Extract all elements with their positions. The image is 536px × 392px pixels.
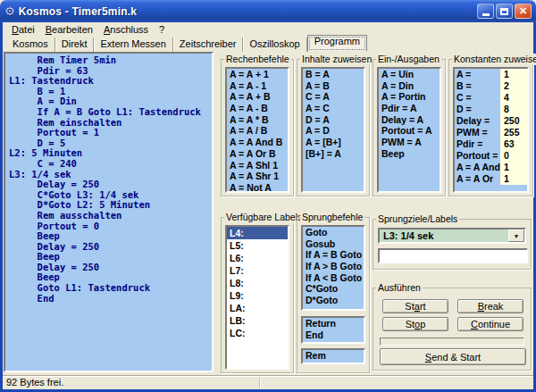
command-item[interactable]: C = A [303, 91, 364, 103]
menu-item[interactable]: Bearbeiten [40, 23, 98, 37]
labels-listbox[interactable]: L4:L5:L6:L7:L8:L9:LA:LB:LC: [225, 225, 289, 370]
label-item[interactable]: L4: [227, 227, 288, 239]
menu-item[interactable]: ? [154, 23, 170, 37]
label-text: ontinue [478, 319, 510, 329]
command-item[interactable]: A = A Shl 1 [227, 160, 288, 171]
constant-value-field[interactable]: 0 [500, 150, 527, 162]
command-item[interactable]: B = A [303, 69, 364, 80]
command-item[interactable]: D*Goto [303, 295, 364, 306]
constant-value-field[interactable]: 8 [500, 104, 527, 115]
command-item[interactable]: PWM = A [379, 137, 440, 148]
program-code-listing[interactable]: Rem Timer 5min Pdir = 63 L1: Tastendruck… [4, 52, 214, 372]
constant-row[interactable]: A = A Or1 [455, 173, 527, 185]
command-item[interactable]: A = A + B [227, 91, 288, 103]
tab[interactable]: Extern Messen [94, 38, 172, 52]
command-item[interactable]: Goto [303, 227, 364, 238]
constant-value-field[interactable]: 255 [500, 127, 527, 138]
label-item[interactable]: LA: [227, 302, 288, 314]
label-item[interactable]: L9: [227, 289, 288, 302]
ein-ausgaben-listbox[interactable]: A = UinA = DinA = PortinPdir = ADelay = … [377, 67, 441, 193]
send-and-start-button[interactable]: Send & Start [380, 348, 526, 365]
command-item[interactable]: A = A Or B [227, 148, 288, 160]
command-item[interactable]: A = D [303, 125, 364, 137]
konstanten-listbox[interactable]: A =1B =2C =4D =8Delay =250PWM =255Pdir =… [453, 67, 529, 193]
command-item[interactable]: If A = B Goto [303, 249, 364, 261]
constant-value-field[interactable]: 1 [500, 173, 527, 185]
command-item[interactable]: End [303, 329, 364, 341]
label-item[interactable]: LC: [227, 327, 288, 339]
command-item[interactable]: C*Goto [303, 283, 364, 295]
tab[interactable]: Direkt [55, 38, 95, 52]
command-item[interactable]: A = B [303, 80, 364, 92]
command-item[interactable]: Pdir = A [379, 103, 440, 114]
sprungbefehle-listbox-3[interactable]: Rem [301, 348, 365, 364]
constant-value-field[interactable]: 250 [500, 115, 527, 127]
constant-row[interactable]: Delay =250 [455, 115, 527, 127]
menu-item[interactable]: Datei [6, 23, 40, 37]
start-button[interactable]: Start [382, 299, 448, 313]
command-item[interactable]: A = A / B [227, 125, 288, 137]
label-target-combobox[interactable]: L3: 1/4 sek ▼ [378, 228, 526, 244]
label-item[interactable]: L5: [227, 239, 288, 252]
constant-value-field[interactable]: 1 [500, 69, 527, 80]
command-item[interactable]: A = Portin [379, 91, 440, 103]
command-item[interactable]: Gosub [303, 238, 364, 250]
inhalte-listbox[interactable]: B = AA = BC = AA = CD = AA = DA = [B+][B… [301, 67, 365, 193]
stop-button[interactable]: Stop [382, 317, 448, 331]
minimize-button[interactable] [477, 4, 494, 19]
constant-row[interactable]: C =4 [455, 92, 527, 104]
tab[interactable]: Oszilloskop [243, 38, 306, 52]
constant-row[interactable]: A = A And1 [455, 162, 527, 173]
continue-button[interactable]: Continue [457, 317, 523, 331]
command-item[interactable]: A = A - 1 [227, 80, 288, 92]
group-label: Ausführen [376, 282, 423, 294]
command-item[interactable]: A = A Shr 1 [227, 171, 288, 182]
constant-row[interactable]: D =8 [455, 104, 527, 115]
label-item[interactable]: L6: [227, 252, 288, 264]
tab[interactable]: Kosmos [6, 38, 55, 52]
command-item[interactable]: Portout = A [379, 125, 440, 137]
break-button[interactable]: Break [457, 299, 523, 313]
command-item[interactable]: A = A And B [227, 137, 288, 148]
tab[interactable]: Zeitschreiber [173, 38, 244, 52]
sprungbefehle-listbox-1[interactable]: GotoGosubIf A = B GotoIf A > B GotoIf A … [301, 225, 365, 311]
combobox-dropdown-button[interactable]: ▼ [508, 229, 524, 242]
command-item[interactable]: A = Din [379, 80, 440, 92]
constant-row[interactable]: B =2 [455, 80, 527, 92]
group-label: Ein-/Ausgaben [376, 54, 441, 65]
constant-row[interactable]: Pdir =63 [455, 138, 527, 150]
tab[interactable]: Programm [307, 35, 367, 52]
command-item[interactable]: A = Not A [227, 182, 288, 193]
command-item[interactable]: Delay = A [379, 114, 440, 126]
command-item[interactable]: If A > B Goto [303, 261, 364, 272]
constant-row[interactable]: PWM =255 [455, 127, 527, 138]
command-item[interactable]: Return [303, 318, 364, 329]
constant-row[interactable]: Portout =0 [455, 150, 527, 162]
command-item[interactable]: A = C [303, 103, 364, 114]
label-item[interactable]: LB: [227, 314, 288, 327]
command-item[interactable]: A = A * B [227, 114, 288, 126]
constant-row[interactable]: A =1 [455, 69, 527, 80]
label-item[interactable]: L8: [227, 277, 288, 289]
menu-item[interactable]: Anschluss [98, 23, 154, 37]
rechenbefehle-listbox[interactable]: A = A + 1A = A - 1A = A + BA = A - BA = … [225, 67, 289, 193]
constant-value-field[interactable]: 1 [500, 162, 527, 173]
maximize-button[interactable] [496, 4, 513, 19]
command-item[interactable]: If A < B Goto [303, 272, 364, 284]
command-item[interactable]: [B+] = A [303, 148, 364, 160]
sprungbefehle-listbox-2[interactable]: ReturnEnd [301, 316, 365, 344]
command-item[interactable]: A = A - B [227, 103, 288, 114]
label-item[interactable]: L7: [227, 264, 288, 277]
label-name-input[interactable] [378, 248, 528, 263]
constant-value-field[interactable]: 63 [500, 138, 527, 150]
constant-name: Delay = [455, 115, 500, 127]
command-item[interactable]: A = [B+] [303, 137, 364, 148]
command-item[interactable]: Beep [379, 148, 440, 160]
constant-value-field[interactable]: 2 [500, 80, 527, 92]
close-button[interactable]: ✕ [515, 4, 532, 19]
command-item[interactable]: A = Uin [379, 69, 440, 80]
command-item[interactable]: Rem [303, 350, 364, 362]
constant-value-field[interactable]: 4 [500, 92, 527, 104]
command-item[interactable]: D = A [303, 114, 364, 126]
command-item[interactable]: A = A + 1 [227, 69, 288, 80]
